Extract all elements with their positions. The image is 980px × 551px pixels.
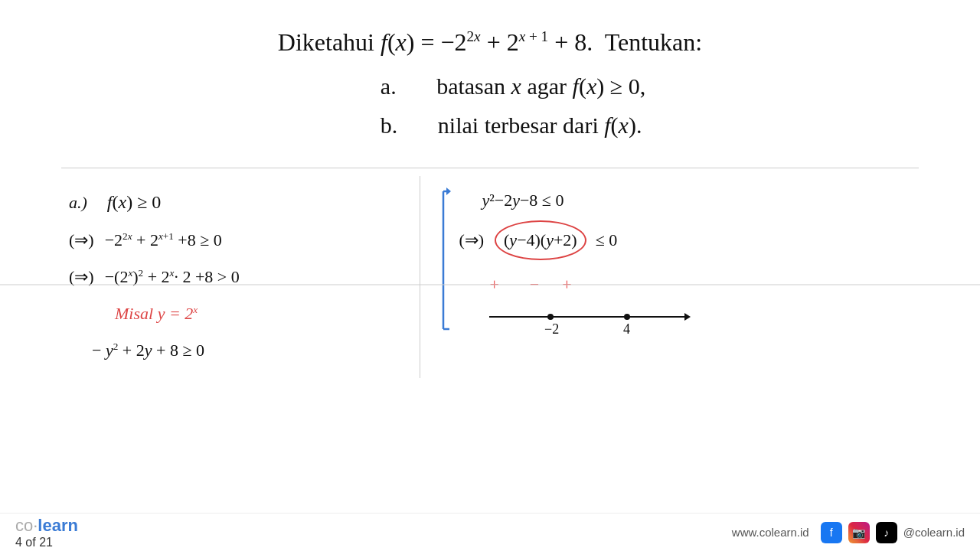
sol-step3: − y2 + 2y + 8 ≥ 0	[92, 334, 404, 367]
problem-item-b: b. nilai terbesar dari f(x).	[381, 106, 645, 145]
footer: co·learn 4 of 21 www.colearn.id f 📷 ♪ @c…	[0, 513, 980, 551]
brand-name: learn	[38, 516, 78, 535]
social-icons: f 📷 ♪ @colearn.id	[821, 522, 965, 543]
social-handle: @colearn.id	[903, 526, 965, 539]
page-label: of 21	[25, 536, 53, 549]
main-content: Diketahui f(x) = −22x + 2x + 1 + 8. Tent…	[0, 0, 980, 393]
colearn-logo: co·learn	[15, 516, 78, 536]
solution-area: a.) f(x) ≥ 0 (⇒) −22x + 2x+1 +8 ≥ 0 (⇒) …	[61, 168, 919, 378]
problem-item-a: a. batasan x agar f(x) ≥ 0,	[381, 67, 645, 106]
tiktok-icon: ♪	[876, 522, 897, 543]
svg-point-6	[547, 314, 554, 320]
instagram-icon: 📷	[848, 522, 870, 543]
blue-arrow-bracket	[428, 176, 451, 337]
number-line-section: + − + −2 4	[482, 268, 903, 352]
page-current: 4	[15, 536, 22, 549]
sol-part-a-label: a.) f(x) ≥ 0	[69, 184, 404, 220]
sol-step2: (⇒) −(2x)2 + 2x· 2 +8 > 0	[69, 260, 404, 294]
svg-point-7	[624, 314, 630, 320]
sol-step1: (⇒) −22x + 2x+1 +8 ≥ 0	[69, 223, 404, 257]
footer-right: www.colearn.id f 📷 ♪ @colearn.id	[732, 522, 965, 543]
left-column: a.) f(x) ≥ 0 (⇒) −22x + 2x+1 +8 ≥ 0 (⇒) …	[61, 176, 420, 378]
brand-prefix: co·	[15, 516, 38, 535]
sign-plus-left: +	[489, 268, 498, 302]
website-url: www.colearn.id	[732, 526, 809, 539]
number-line-svg: −2 4	[482, 302, 696, 340]
footer-left: co·learn 4 of 21	[15, 516, 78, 549]
right-column: y²−2y−8 ≤ 0 (⇒) (y−4)(y+2) ≤ 0 + − +	[420, 176, 919, 378]
svg-marker-1	[446, 187, 451, 195]
sign-plus-right: +	[562, 268, 571, 302]
svg-text:4: 4	[623, 321, 630, 337]
problem-items: a. batasan x agar f(x) ≥ 0, b. nilai ter…	[381, 67, 645, 145]
page-number: 4 of 21	[15, 536, 53, 549]
svg-marker-5	[684, 313, 691, 321]
rhs-step1: y²−2y−8 ≤ 0	[482, 184, 903, 217]
sol-misal: Misal y = 2x	[115, 297, 404, 331]
facebook-icon: f	[821, 522, 842, 543]
svg-text:−2: −2	[544, 321, 559, 337]
sign-minus-mid: −	[530, 268, 539, 302]
problem-text: Diketahui f(x) = −22x + 2x + 1 + 8. Tent…	[278, 23, 702, 62]
rhs-step2: (⇒) (y−4)(y+2) ≤ 0	[459, 220, 903, 260]
problem-statement: Diketahui f(x) = −22x + 2x + 1 + 8. Tent…	[61, 23, 919, 145]
